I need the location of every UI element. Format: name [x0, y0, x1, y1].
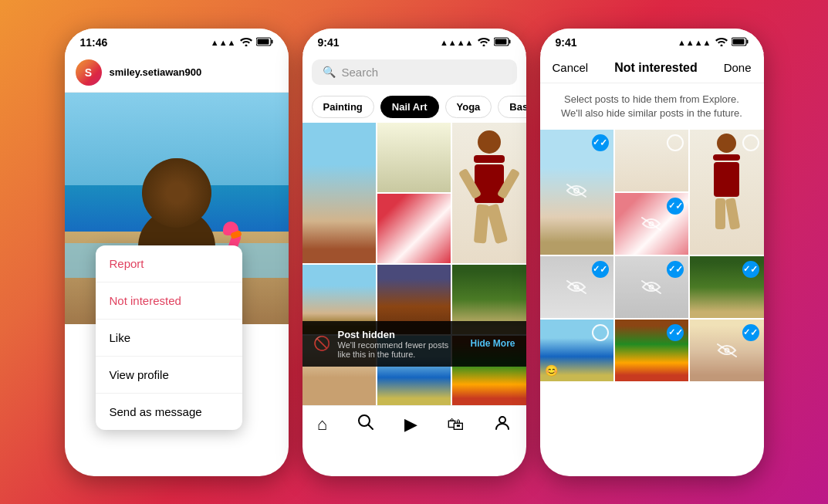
context-menu-not-interested[interactable]: Not interested: [96, 282, 242, 320]
phone1-status-icons: ▲▲▲: [211, 37, 273, 48]
search-icon: 🔍: [323, 66, 336, 78]
svg-rect-3: [257, 39, 269, 44]
sel-item-9[interactable]: ✓: [615, 320, 688, 381]
sel-item-1[interactable]: ✓: [540, 130, 613, 255]
phone3-status-icons: ▲▲▲▲: [678, 37, 749, 48]
phone1-user-bar: S smiley.setiawan900: [65, 53, 289, 93]
svg-rect-6: [509, 39, 510, 43]
sel-checkbox-7[interactable]: ✓: [742, 261, 759, 278]
sel-item-7[interactable]: ✓: [690, 256, 763, 318]
wifi-icon: [478, 37, 490, 48]
hidden-eye-icon: [565, 180, 588, 204]
sel-checkbox-6[interactable]: ✓: [667, 261, 684, 278]
selection-grid: ✓: [540, 130, 764, 381]
context-menu-view-profile[interactable]: View profile: [96, 357, 242, 394]
grid-item-3[interactable]: [452, 123, 526, 263]
signal-icon: ▲▲▲: [211, 38, 236, 47]
wifi-icon: [240, 37, 252, 48]
nav-profile-icon[interactable]: [494, 414, 511, 435]
battery-icon: [256, 37, 273, 48]
phone3-time: 9:41: [556, 36, 577, 49]
sel-checkbox-4[interactable]: ✓: [667, 198, 684, 215]
sel-item-8[interactable]: 😊: [540, 320, 613, 381]
phone2-status-icons: ▲▲▲▲: [440, 37, 511, 48]
svg-point-10: [499, 417, 505, 423]
not-interested-title: Not interested: [614, 61, 698, 75]
phone-1: 11:46 ▲▲▲: [65, 29, 289, 476]
phone-2: 9:41 ▲▲▲▲: [302, 29, 526, 476]
sel-checkbox-8[interactable]: [592, 324, 609, 341]
svg-rect-14: [732, 39, 744, 44]
post-hidden-subtitle: We'll recommend fewer posts like this in…: [338, 340, 463, 359]
grid-item-4[interactable]: [377, 194, 451, 263]
post-hidden-text: Post hidden We'll recommend fewer posts …: [338, 329, 463, 359]
svg-rect-2: [271, 39, 272, 43]
search-placeholder: Search: [342, 66, 379, 79]
battery-icon: [732, 37, 749, 48]
phone1-time: 11:46: [80, 36, 108, 49]
explore-grid: 🚫 Post hidden We'll recommend fewer post…: [302, 123, 526, 405]
not-interested-header: Cancel Not interested Done: [540, 53, 764, 83]
grid-item-2[interactable]: [377, 123, 451, 192]
post-hidden-title: Post hidden: [338, 329, 463, 340]
sel-checkbox-3[interactable]: [742, 134, 759, 151]
avatar: S: [76, 59, 102, 86]
context-menu-send-as-message[interactable]: Send as message: [96, 394, 242, 430]
hidden-icon: 🚫: [313, 335, 330, 352]
tab-nail-art[interactable]: Nail Art: [380, 96, 439, 118]
search-bar[interactable]: 🔍 Search: [312, 59, 517, 85]
sel-item-5[interactable]: ✓: [540, 256, 613, 318]
nav-shop-icon[interactable]: 🛍: [447, 414, 464, 435]
nav-search-icon[interactable]: [357, 414, 374, 435]
post-hidden-notification: 🚫 Post hidden We'll recommend fewer post…: [302, 321, 526, 367]
selection-grid-container: ✓: [540, 130, 764, 381]
sel-item-2[interactable]: [615, 130, 688, 191]
phone3-status-bar: 9:41 ▲▲▲▲: [540, 29, 764, 53]
not-interested-description: Select posts to hide them from Explore. …: [540, 83, 764, 130]
phones-container: 11:46 ▲▲▲: [49, 13, 779, 492]
sel-checkbox-9[interactable]: ✓: [667, 324, 684, 341]
tab-yoga[interactable]: Yoga: [445, 96, 492, 118]
svg-line-9: [368, 425, 373, 429]
tab-painting[interactable]: Painting: [312, 96, 374, 118]
cancel-button[interactable]: Cancel: [553, 61, 589, 74]
username-label: smiley.setiawan900: [110, 66, 202, 78]
nav-home-icon[interactable]: ⌂: [317, 414, 327, 435]
context-menu-like[interactable]: Like: [96, 320, 242, 357]
sel-checkbox-2[interactable]: [667, 134, 684, 151]
bottom-nav: ⌂ ▶ 🛍: [302, 405, 526, 440]
hide-more-button[interactable]: Hide More: [470, 338, 515, 349]
grid-item-1[interactable]: [302, 123, 376, 263]
tab-base[interactable]: Base: [498, 96, 526, 118]
wifi-icon: [715, 37, 728, 48]
battery-icon: [494, 37, 511, 48]
signal-icon: ▲▲▲▲: [678, 38, 711, 47]
context-menu-report[interactable]: Report: [96, 245, 242, 282]
done-button[interactable]: Done: [724, 61, 752, 74]
sel-item-4[interactable]: ✓: [615, 193, 688, 255]
sel-checkbox-1[interactable]: ✓: [592, 134, 609, 151]
svg-point-0: [245, 44, 247, 46]
sel-item-3[interactable]: [690, 130, 763, 255]
svg-rect-13: [746, 39, 748, 43]
sel-item-10[interactable]: ✓: [690, 320, 763, 381]
category-tabs: Painting Nail Art Yoga Base: [302, 91, 526, 123]
nav-reels-icon[interactable]: ▶: [404, 414, 417, 435]
phone2-time: 9:41: [318, 36, 340, 49]
sel-checkbox-10[interactable]: ✓: [742, 324, 759, 341]
svg-point-4: [482, 44, 485, 46]
phone2-status-bar: 9:41 ▲▲▲▲: [302, 29, 526, 53]
context-menu: Report Not interested Like View profile …: [96, 245, 242, 430]
sel-checkbox-5[interactable]: ✓: [592, 261, 609, 278]
phone-3: 9:41 ▲▲▲▲: [540, 29, 764, 476]
svg-rect-7: [495, 39, 506, 44]
phone1-status-bar: 11:46 ▲▲▲: [65, 29, 289, 53]
svg-point-11: [720, 44, 722, 46]
signal-icon: ▲▲▲▲: [440, 38, 474, 47]
sel-item-6[interactable]: ✓: [615, 256, 688, 318]
